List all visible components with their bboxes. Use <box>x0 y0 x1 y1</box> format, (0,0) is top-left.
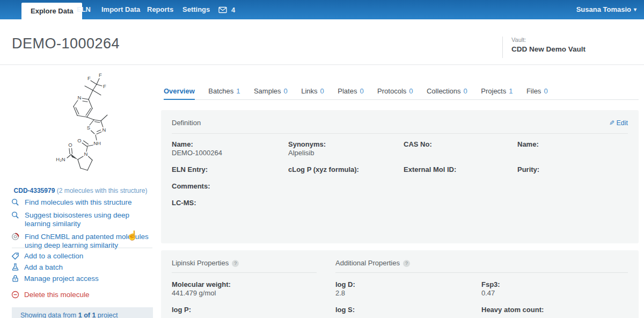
properties-fields: Molecular weight: 441.479 g/mol log D: 2… <box>161 273 639 318</box>
lipinski-properties-title: Lipinski Properties <box>172 259 229 267</box>
add-to-collection-link[interactable]: Add to a collection <box>11 252 153 260</box>
field-fsp3: Fsp3: 0.47 <box>481 280 628 298</box>
nav-tab-import-data[interactable]: Import Data <box>101 0 140 19</box>
field-name-2: Name: <box>517 140 628 157</box>
field-synonyms: Synonyms: Alpelisib <box>288 140 404 157</box>
tab-samples[interactable]: Samples0 <box>254 87 288 99</box>
svg-text:O: O <box>68 142 72 148</box>
field-log-s: log S: <box>335 306 481 314</box>
additional-properties-title: Additional Properties <box>335 259 400 267</box>
top-navigation-bar: Explore Data ELN Import Data Reports Set… <box>0 0 644 19</box>
tab-batches[interactable]: Batches1 <box>208 87 240 99</box>
tab-collections[interactable]: Collections0 <box>427 87 467 99</box>
edit-definition-button[interactable]: ✎Edit <box>609 119 628 127</box>
field-cas-no: CAS No: <box>404 140 517 157</box>
search-icon <box>11 211 20 228</box>
molecule-actions: Add to a collection Add a batch Manage p… <box>11 252 153 286</box>
lock-icon <box>11 274 19 283</box>
tab-files[interactable]: Files0 <box>526 87 548 99</box>
user-menu[interactable]: Susana Tomasio▾ <box>576 0 636 19</box>
minus-circle-icon <box>11 291 19 299</box>
messages-count: 4 <box>231 6 235 14</box>
field-purity: Purity: <box>517 165 628 174</box>
scope-prefix: Showing data from <box>20 312 76 318</box>
page-title: DEMO-1000264 <box>12 35 120 52</box>
project-scope-note: Showing data from 1 of 1 project <box>12 307 153 318</box>
flask-icon <box>11 263 19 271</box>
user-name: Susana Tomasio <box>576 5 631 13</box>
nav-tab-settings[interactable]: Settings <box>182 0 210 19</box>
vault-name: CDD New Demo Vault <box>511 45 586 53</box>
header-divider <box>0 64 644 65</box>
vault-label: Vault: <box>511 37 586 43</box>
field-name: Name: DEMO-1000264 <box>172 140 288 157</box>
tab-links[interactable]: Links0 <box>301 87 324 99</box>
field-molecular-weight: Molecular weight: 441.479 g/mol <box>172 280 335 298</box>
svg-text:H₂N: H₂N <box>56 156 65 162</box>
field-external-mol-id: External Mol ID: <box>404 165 517 174</box>
suggest-bioisosteres-link[interactable]: Suggest bioisosteres using deep learning… <box>11 211 153 228</box>
nav-tab-explore-data[interactable]: Explore Data <box>21 3 82 19</box>
field-log-d: log D: 2.8 <box>335 280 481 298</box>
molecule-tabs: Overview Batches1 Samples0 Links0 Plates… <box>164 86 639 100</box>
structure-id-link[interactable]: CDD-4335979 <box>14 187 55 194</box>
definition-panel: Definition ✎Edit Name: DEMO-1000264 Syno… <box>161 110 639 243</box>
link-label: Delete this molecule <box>24 291 90 299</box>
chevron-down-icon: ▾ <box>634 0 636 19</box>
svg-text:N: N <box>84 151 88 157</box>
search-icon <box>11 198 20 207</box>
field-clogp: cLog P (xyz formula): <box>288 165 404 174</box>
cdd-vault-molecule-page: Explore Data ELN Import Data Reports Set… <box>0 0 644 318</box>
svg-text:F: F <box>87 75 91 81</box>
scope-count: 1 of 1 <box>78 312 96 318</box>
find-molecules-link[interactable]: Find molecules with this structure <box>11 198 153 207</box>
scope-suffix: project <box>98 312 118 318</box>
field-comments: Comments: <box>172 182 628 191</box>
svg-text:N: N <box>78 95 82 100</box>
pencil-icon: ✎ <box>609 119 614 127</box>
structure-actions: Find molecules with this structure Sugge… <box>11 198 153 254</box>
molecule-structure-image: FFF N SN NH O N O H₂N <box>54 67 142 175</box>
manage-project-access-link[interactable]: Manage project access <box>11 274 153 283</box>
tab-plates[interactable]: Plates0 <box>338 87 363 99</box>
sidebar-divider <box>12 248 152 248</box>
definition-fields: Name: DEMO-1000264 Synonyms: Alpelisib C… <box>161 134 639 215</box>
properties-panel: Lipinski Properties? Additional Properti… <box>161 250 639 318</box>
help-icon[interactable]: ? <box>403 260 410 267</box>
svg-text:S: S <box>87 125 90 131</box>
field-heavy-atom-count: Heavy atom count: <box>481 306 628 314</box>
svg-text:F: F <box>103 83 106 89</box>
field-eln-entry: ELN Entry: <box>172 165 288 174</box>
definition-panel-title: Definition <box>172 119 201 127</box>
field-log-p: log P: <box>172 306 335 314</box>
help-icon[interactable]: ? <box>232 260 239 267</box>
properties-dividers <box>172 272 628 273</box>
link-label: Suggest bioisosteres using deep learning… <box>25 211 153 228</box>
tab-overview[interactable]: Overview <box>164 87 195 100</box>
link-label: Add a batch <box>24 263 63 271</box>
svg-text:F: F <box>99 72 102 78</box>
delete-molecule-link[interactable]: Delete this molecule <box>11 291 90 299</box>
nav-tab-reports[interactable]: Reports <box>147 0 173 19</box>
link-label: Add to a collection <box>24 252 83 260</box>
tab-projects[interactable]: Projects1 <box>481 87 513 99</box>
add-batch-link[interactable]: Add a batch <box>11 263 153 271</box>
messages-button[interactable]: 4 <box>218 0 235 19</box>
link-label: Find molecules with this structure <box>25 198 132 207</box>
link-label: Manage project access <box>24 274 99 283</box>
tag-icon <box>11 252 19 260</box>
field-lcms: LC-MS: <box>172 199 628 207</box>
svg-text:N: N <box>103 127 106 133</box>
svg-text:O: O <box>77 138 81 143</box>
structure-count-link[interactable]: (2 molecules with this structure) <box>57 187 148 194</box>
nav-tab-eln[interactable]: ELN <box>77 0 91 19</box>
vault-info: Vault: CDD New Demo Vault <box>502 37 586 58</box>
envelope-icon <box>218 6 227 13</box>
tab-protocols[interactable]: Protocols0 <box>377 87 413 99</box>
svg-text:NH: NH <box>93 140 101 146</box>
structure-id-line: CDD-4335979 (2 molecules with this struc… <box>0 187 161 194</box>
